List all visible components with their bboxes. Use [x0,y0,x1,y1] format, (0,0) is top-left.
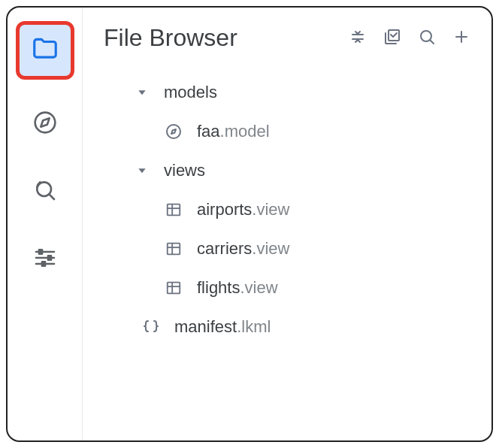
folder-icon [31,35,59,66]
svg-marker-1 [41,118,49,126]
history-search-icon [33,178,57,205]
tree-file-airports-view[interactable]: airports.view [119,190,470,229]
chevron-down-icon [134,86,150,98]
header-actions [349,28,470,49]
compass-icon [164,123,183,141]
tree-file-manifest-lkml[interactable]: manifest.lkml [119,307,470,347]
sliders-icon [33,246,57,273]
chevron-down-icon [134,165,150,177]
file-label: flights.view [197,278,278,298]
left-sidebar [8,8,83,440]
svg-point-18 [167,125,180,138]
tree-file-faa-model[interactable]: faa.model [119,112,470,151]
file-label: carriers.view [197,239,289,259]
tree-folder-views[interactable]: views [119,151,470,190]
file-browser-panel: File Browser [6,6,493,442]
svg-rect-21 [168,204,180,216]
svg-rect-24 [168,244,180,255]
sidebar-settings[interactable] [22,236,68,283]
panel-header: File Browser [104,24,470,52]
main-content: File Browser [83,8,491,440]
tree-file-carriers-view[interactable]: carriers.view [119,229,470,268]
panel-title: File Browser [104,24,237,52]
svg-rect-9 [42,262,45,265]
file-label: airports.view [197,200,289,219]
file-label: manifest.lkml [174,317,271,337]
compass-icon [33,110,57,138]
svg-rect-7 [39,250,42,253]
table-icon [164,201,183,218]
svg-rect-8 [48,256,51,259]
svg-rect-27 [168,283,180,294]
tree-folder-models[interactable]: models [119,73,470,112]
sidebar-file-browser[interactable] [16,21,74,80]
collapse-button[interactable] [349,28,367,49]
plus-icon [452,28,470,49]
tree-file-flights-view[interactable]: flights.view [119,268,470,307]
svg-marker-19 [171,129,176,134]
svg-marker-17 [138,90,145,95]
file-tree: models faa.model views airports.view [104,73,470,347]
svg-point-0 [35,113,55,133]
checkbox-stack-icon [383,28,401,49]
collapse-icon [349,28,367,49]
folder-label: models [164,83,217,102]
bulk-select-button[interactable] [383,28,401,49]
sidebar-compass[interactable] [22,101,68,147]
search-icon [418,28,436,49]
braces-icon [141,318,161,336]
folder-label: views [164,161,205,180]
svg-line-3 [49,194,54,199]
add-button[interactable] [452,28,470,49]
table-icon [164,241,183,257]
svg-line-14 [431,40,434,44]
sidebar-history[interactable] [22,168,68,215]
search-button[interactable] [418,28,436,49]
table-icon [164,280,183,296]
file-label: faa.model [197,122,270,141]
svg-marker-20 [138,168,145,173]
